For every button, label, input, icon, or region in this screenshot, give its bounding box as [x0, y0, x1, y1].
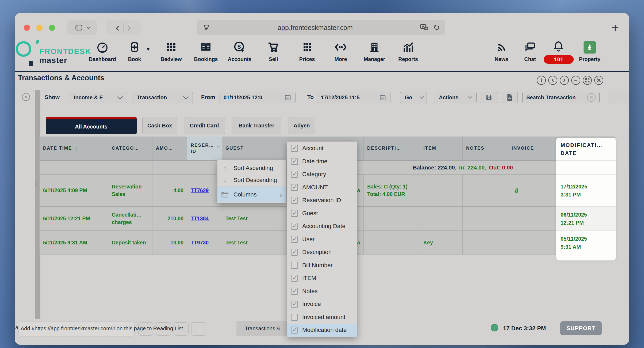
- reservation-link[interactable]: TT9730: [191, 239, 209, 246]
- column-option-reservation-id[interactable]: Reservation ID: [287, 194, 357, 207]
- account-tab-cashbox[interactable]: Cash Box: [142, 117, 177, 134]
- checkbox[interactable]: [291, 262, 298, 269]
- support-button[interactable]: SUPPORT: [560, 321, 602, 335]
- calendar-icon[interactable]: [284, 94, 292, 101]
- checkbox[interactable]: [291, 171, 298, 178]
- actions-dropdown[interactable]: Actions: [434, 92, 477, 103]
- checkbox[interactable]: [291, 275, 298, 282]
- to-date-input[interactable]: 17/12/2025 11:5: [317, 92, 390, 103]
- checkbox[interactable]: [291, 236, 298, 243]
- checkbox[interactable]: [291, 314, 298, 321]
- nav-item-more[interactable]: More: [325, 40, 357, 62]
- column-option-invoice[interactable]: Invoice: [287, 298, 357, 311]
- column-option-item[interactable]: ITEM: [287, 272, 357, 285]
- panel-expander-icon[interactable]: ›: [36, 179, 38, 188]
- header-notes[interactable]: NOTES: [463, 137, 508, 160]
- go-dropdown-button[interactable]: [417, 97, 427, 98]
- checkbox[interactable]: [291, 158, 298, 165]
- reservation-link[interactable]: TT1384: [191, 215, 209, 222]
- column-option-description[interactable]: Description: [287, 246, 357, 259]
- nav-item-chat[interactable]: Chat: [515, 40, 545, 62]
- menu-item-sort-descending[interactable]: ↓ Sort Descending: [217, 174, 286, 186]
- header-guest[interactable]: GUEST: [222, 137, 289, 160]
- account-tab-creditcard[interactable]: Credit Card: [184, 117, 225, 134]
- column-menu-chevron-icon[interactable]: [216, 144, 220, 148]
- nav-item-dashboard[interactable]: Dashboard: [86, 40, 118, 62]
- checkbox[interactable]: [291, 184, 298, 191]
- column-option-modification-date[interactable]: Modification date: [287, 324, 357, 337]
- reader-icon[interactable]: [202, 24, 210, 32]
- nav-item-notifications[interactable]: 101: [544, 40, 573, 64]
- checkbox[interactable]: [291, 210, 298, 217]
- from-date-input[interactable]: 01/11/2025 12:0: [220, 92, 296, 103]
- header-amount[interactable]: AMO…: [152, 137, 187, 160]
- calendar-icon[interactable]: [379, 94, 386, 101]
- nav-item-property[interactable]: Property: [574, 40, 606, 62]
- reservation-link[interactable]: TT7629: [191, 187, 209, 194]
- forward-icon[interactable]: ›: [127, 22, 131, 33]
- prev-button[interactable]: ‹: [548, 76, 557, 85]
- checkbox[interactable]: [291, 249, 298, 256]
- header-date-time[interactable]: DATE TIME ↓: [40, 137, 108, 160]
- checkbox[interactable]: [291, 288, 298, 295]
- new-tab-icon[interactable]: +: [612, 21, 619, 34]
- traffic-light-close[interactable]: [24, 25, 30, 31]
- header-category[interactable]: CATEGO…: [108, 137, 152, 160]
- column-option-date-time[interactable]: Date time: [287, 155, 357, 168]
- nav-item-sell[interactable]: Sell: [257, 40, 289, 62]
- url-bar[interactable]: app.frontdeskmaster.com A✦ ↻: [197, 20, 445, 35]
- invoice-link[interactable]: 8: [515, 187, 518, 194]
- column-option-account[interactable]: Account: [287, 142, 357, 155]
- header-item[interactable]: ITEM: [420, 137, 463, 160]
- traffic-light-minimize[interactable]: [36, 25, 43, 31]
- nav-item-bookings[interactable]: Bookings: [190, 40, 222, 62]
- expand-button[interactable]: [583, 76, 592, 85]
- statusbar-button[interactable]: [191, 322, 206, 336]
- checkbox[interactable]: [291, 223, 298, 230]
- column-option-bill-number[interactable]: Bill Number: [287, 259, 357, 272]
- account-tab-all[interactable]: All Accounts: [46, 117, 137, 134]
- column-option-category[interactable]: Category: [287, 168, 357, 181]
- header-invoice[interactable]: INVOICE: [508, 137, 556, 160]
- nav-item-accounts[interactable]: $ Accounts: [224, 40, 256, 62]
- reload-icon[interactable]: ↻: [433, 24, 440, 32]
- header-modification-date[interactable]: MODIFICATI… DATE: [556, 138, 616, 161]
- column-option-user[interactable]: User: [287, 233, 357, 246]
- column-option-invoiced-amount[interactable]: Invoiced amount: [287, 311, 357, 324]
- sidebar-toggle-button[interactable]: [67, 20, 97, 35]
- close-panel-button[interactable]: ×: [594, 76, 603, 85]
- menu-item-columns[interactable]: Columns ›: [217, 187, 286, 202]
- checkbox[interactable]: [291, 301, 298, 308]
- account-tab-adyen[interactable]: Adyen: [288, 117, 315, 134]
- header-description[interactable]: DESCRIPTI…: [364, 137, 420, 160]
- traffic-light-zoom[interactable]: [49, 25, 55, 31]
- nav-item-manager[interactable]: Manager: [358, 40, 390, 62]
- column-option-notes[interactable]: Notes: [287, 285, 357, 298]
- book-caret-icon[interactable]: ▼: [146, 47, 151, 52]
- minimize-button[interactable]: −: [571, 76, 580, 85]
- save-button[interactable]: [480, 92, 498, 103]
- checkbox[interactable]: [291, 145, 298, 152]
- nav-item-bedview[interactable]: Bedview: [155, 40, 187, 62]
- go-button[interactable]: Go: [400, 94, 417, 101]
- type-select[interactable]: Income & E: [69, 92, 127, 103]
- statusbar-tab[interactable]: Transactions &: [236, 321, 289, 336]
- menu-item-sort-ascending[interactable]: ↑ Sort Ascending: [217, 162, 286, 174]
- header-reservation-id[interactable]: RESER… ID: [187, 137, 222, 160]
- account-tab-banktransfer[interactable]: Bank Transfer: [232, 117, 281, 134]
- view-select[interactable]: Transaction: [132, 92, 193, 103]
- nav-item-prices[interactable]: Prices: [291, 40, 323, 62]
- brand-logo[interactable]: FRONTDESK master: [15, 39, 80, 69]
- checkbox[interactable]: [291, 327, 298, 334]
- info-button[interactable]: i: [537, 76, 546, 85]
- nav-item-news[interactable]: News: [487, 40, 516, 62]
- clear-search-icon[interactable]: ×: [587, 93, 596, 102]
- back-icon[interactable]: ‹: [116, 22, 120, 33]
- collapse-filters-button[interactable]: »: [22, 93, 30, 101]
- column-option-amount[interactable]: AMOUNT: [287, 181, 357, 194]
- search-transaction-input[interactable]: Search Transaction ×: [522, 92, 600, 103]
- nav-item-reports[interactable]: Reports: [392, 40, 424, 62]
- checkbox[interactable]: [291, 197, 298, 204]
- column-option-accounting-date[interactable]: Accounting Date: [287, 220, 357, 233]
- extra-control-clipped[interactable]: [608, 92, 629, 103]
